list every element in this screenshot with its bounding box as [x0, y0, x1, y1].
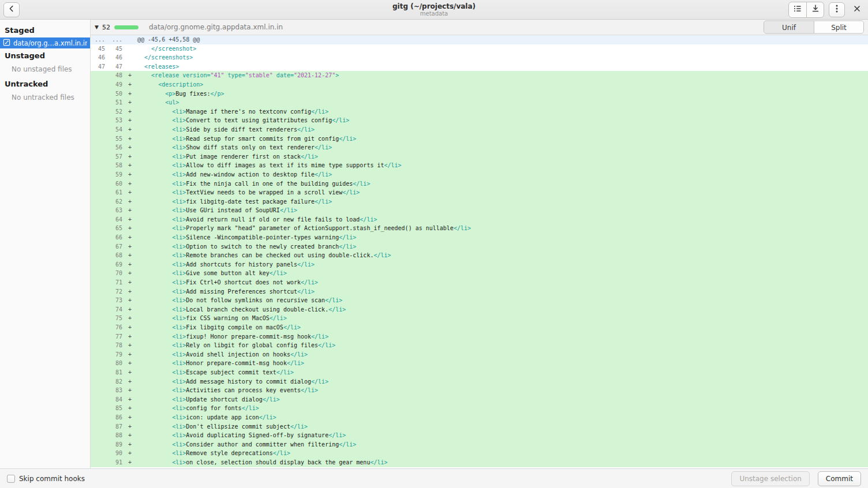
diff-line[interactable]: 62+ <li>fix libgitg-date test package fa…: [91, 197, 868, 207]
stage-progress-bar: [114, 25, 139, 29]
new-line-number: 85: [108, 404, 125, 413]
diff-marker: +: [125, 341, 134, 350]
old-line-number: [91, 287, 108, 296]
diff-line[interactable]: 66+ <li>Silence -Wincompatible-pointer-t…: [91, 233, 868, 242]
diff-marker: +: [125, 125, 134, 134]
diff-line[interactable]: 70+ <li>Give some button alt key</li>: [91, 269, 868, 278]
diff-line[interactable]: 73+ <li>Do not follow symlinks on recurs…: [91, 296, 868, 305]
old-line-number: [91, 341, 108, 350]
diff-line[interactable]: 58+ <li>Allow to diff images as text if …: [91, 161, 868, 170]
new-line-number: 60: [108, 179, 125, 189]
diff-marker: +: [125, 440, 134, 449]
unstaged-empty-note: No unstaged files: [0, 63, 90, 77]
new-line-number: 56: [108, 143, 125, 152]
diff-marker: +: [125, 359, 134, 368]
diff-line[interactable]: 57+ <li>Put image renderer first on stac…: [91, 152, 868, 162]
diff-line-text: <li>Fix the ninja call in one of the bui…: [134, 179, 868, 189]
new-line-number: 51: [108, 98, 125, 107]
diff-line[interactable]: 55+ <li>Read setup for smart commits fro…: [91, 134, 868, 144]
diff-line-text: <li>Activities can process key events</l…: [134, 386, 868, 395]
diff-file-header: ▼ 52 data/org.gnome.gitg.appdata.xml.in.…: [91, 20, 868, 35]
old-line-number: [91, 116, 108, 125]
diff-marker: +: [125, 242, 134, 251]
staged-section-header: Staged: [0, 23, 90, 37]
split-mode-toggle[interactable]: Split: [814, 21, 863, 33]
diff-line[interactable]: 69+ <li>Add shortcuts for history panels…: [91, 260, 868, 269]
diff-line[interactable]: 85+ <li>config for fonts</li>: [91, 404, 868, 413]
diff-line[interactable]: 54+ <li>Side by side diff text renderers…: [91, 125, 868, 134]
diff-mode-switcher: Unif Split: [764, 21, 864, 34]
untracked-empty-note: No untracked files: [0, 91, 90, 105]
expander-arrow-icon[interactable]: ▼: [95, 24, 99, 30]
diff-line[interactable]: 56+ <li>Show diff stats only on text ren…: [91, 143, 868, 152]
diff-line[interactable]: 52+ <li>Manage if there's no textconv co…: [91, 107, 868, 117]
download-button[interactable]: [806, 2, 824, 17]
diff-line[interactable]: 89+ <li>Consider author and committer wh…: [91, 440, 868, 449]
diff-line[interactable]: 90+ <li>Remove style deprecations</li>: [91, 449, 868, 458]
diff-line[interactable]: 81+ <li>Escape subject commit text</li>: [91, 368, 868, 377]
diff-line[interactable]: 75+ <li>fix CSS warning on MacOS</li>: [91, 314, 868, 323]
close-button[interactable]: [850, 2, 865, 17]
old-line-number: [91, 422, 108, 431]
diff-line[interactable]: 68+ <li>Remote branches can be checked o…: [91, 251, 868, 260]
diff-line[interactable]: 74+ <li>Local branch checkout using doub…: [91, 305, 868, 314]
diff-line-text: <li>Rely on libgit for global config fil…: [134, 341, 868, 350]
diff-line-text: <li>Read setup for smart commits from gi…: [134, 134, 868, 144]
diff-hunk-header[interactable]: ......@@ -45,6 +45,58 @@: [91, 35, 868, 44]
diff-marker: +: [125, 143, 134, 152]
diff-line[interactable]: 76+ <li>Fix libgitg compile on macOS</li…: [91, 323, 868, 332]
diff-line[interactable]: 51+ <ul>: [91, 98, 868, 107]
diff-line[interactable]: 4747 <releases>: [91, 62, 868, 72]
menu-button[interactable]: [829, 2, 845, 17]
diff-line[interactable]: 84+ <li>Update shortcut dialog</li>: [91, 395, 868, 404]
diff-line[interactable]: 60+ <li>Fix the ninja call in one of the…: [91, 179, 868, 189]
unified-mode-toggle[interactable]: Unif: [764, 21, 814, 33]
diff-line[interactable]: 4545 </screenshot>: [91, 44, 868, 54]
checkbox-box[interactable]: [7, 475, 15, 483]
new-line-number: 67: [108, 242, 125, 251]
list-view-button[interactable]: [789, 2, 806, 17]
diff-line[interactable]: 91+ <li>on close, selection should displ…: [91, 458, 868, 467]
diff-line[interactable]: 53+ <li>Convert to text using gitattribu…: [91, 116, 868, 125]
back-button[interactable]: [3, 2, 20, 17]
diff-line[interactable]: 61+ <li>TextView needs to be wrapped in …: [91, 188, 868, 197]
diff-line[interactable]: 80+ <li>Honor prepare-commit-msg hook</l…: [91, 359, 868, 368]
new-line-number: ...: [108, 35, 125, 44]
diff-line[interactable]: 50+ <p>Bug fixes:</p>: [91, 89, 868, 99]
diff-marker: +: [125, 107, 134, 117]
diff-line[interactable]: 71+ <li>Fix Ctrl+O shortcut does not wor…: [91, 278, 868, 287]
diff-line[interactable]: 49+ <description>: [91, 80, 868, 89]
diff-line[interactable]: 78+ <li>Rely on libgit for global config…: [91, 341, 868, 350]
new-line-number: 90: [108, 449, 125, 458]
skip-commit-hooks-checkbox[interactable]: Skip commit hooks: [7, 475, 85, 483]
diff-line[interactable]: 79+ <li>Avoid shell injection on hooks</…: [91, 350, 868, 359]
diff-line[interactable]: 64+ <li>Avoid return null if old or new …: [91, 215, 868, 224]
diff-line[interactable]: 72+ <li>Add missing Preferences shortcut…: [91, 287, 868, 296]
commit-button[interactable]: Commit: [818, 471, 861, 486]
diff-marker: +: [125, 314, 134, 323]
old-line-number: [91, 89, 108, 99]
diff-line[interactable]: 82+ <li>Add message history to commit di…: [91, 377, 868, 386]
diff-marker: +: [125, 233, 134, 242]
staged-file-item[interactable]: data/org.g…a.xml.in.in: [0, 37, 90, 48]
diff-line[interactable]: 63+ <li>Use GUri instead of SoupURI</li>: [91, 206, 868, 215]
diff-line[interactable]: 87+ <li>Don't ellipsize commit subject</…: [91, 422, 868, 431]
skip-commit-hooks-label: Skip commit hooks: [19, 475, 85, 483]
diff-line[interactable]: 4646 </screenshots>: [91, 53, 868, 62]
diff-line[interactable]: 86+ <li>icon: update app icon</li>: [91, 413, 868, 422]
old-line-number: [91, 368, 108, 377]
diff-line[interactable]: 59+ <li>Add new-window action to desktop…: [91, 170, 868, 179]
diff-marker: +: [125, 98, 134, 107]
new-line-number: 61: [108, 188, 125, 197]
old-line-number: [91, 260, 108, 269]
diff-line-text: <li>fix libgitg-date test package failur…: [134, 197, 868, 207]
unstage-selection-button[interactable]: Unstage selection: [731, 471, 809, 486]
diff-line[interactable]: 83+ <li>Activities can process key event…: [91, 386, 868, 395]
diff-line[interactable]: 88+ <li>Avoid duplicating Signed-off-by …: [91, 431, 868, 440]
diff-line[interactable]: 77+ <li>fixup! Honor prepare-commit-msg …: [91, 332, 868, 341]
diff-line[interactable]: 65+ <li>Properly mark "head" parameter o…: [91, 224, 868, 233]
diff-line[interactable]: 67+ <li>Option to switch to the newly cr…: [91, 242, 868, 251]
diff-marker: +: [125, 116, 134, 125]
diff-line[interactable]: 48+ <release version="41" type="stable" …: [91, 71, 868, 80]
header-actions: [788, 2, 865, 18]
